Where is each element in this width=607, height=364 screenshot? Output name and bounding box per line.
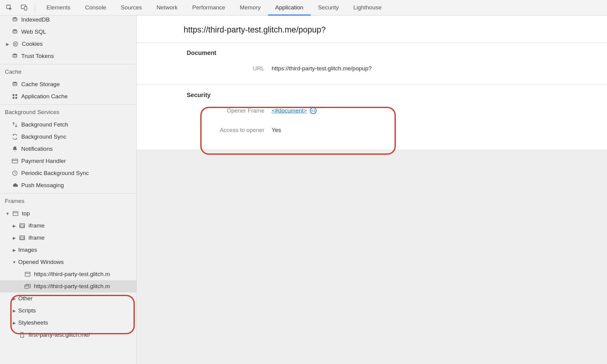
main-panel: https://third-party-test.glitch.me/popup… <box>137 15 607 364</box>
row-value: https://third-party-test.glitch.me/popup… <box>272 65 372 72</box>
sidebar-item-periodic-sync[interactable]: Periodic Background Sync <box>0 167 136 179</box>
row-value: <#document> <box>272 107 317 114</box>
expander-icon[interactable]: ▶ <box>12 236 17 240</box>
opener-frame-link[interactable]: <#document> <box>272 107 317 114</box>
sidebar-item-trust-tokens[interactable]: Trust Tokens <box>0 50 136 62</box>
tab-performance[interactable]: Performance <box>185 0 232 15</box>
row-label: URL <box>187 65 272 72</box>
card-icon <box>11 158 19 164</box>
tab-network[interactable]: Network <box>149 0 185 15</box>
sidebar-item-label: Push Messaging <box>21 182 64 189</box>
sidebar-item-websql[interactable]: Web SQL <box>0 26 136 38</box>
svg-point-4 <box>13 29 17 31</box>
frame-other[interactable]: ▶ Other <box>0 292 136 305</box>
opened-window-1[interactable]: https://third-party-test.glitch.m <box>0 268 136 280</box>
tab-application[interactable]: Application <box>268 0 311 15</box>
frame-iframe-1[interactable]: ▶ iframe <box>0 220 136 232</box>
toolbar-divider <box>35 3 35 12</box>
frame-label: Other <box>18 295 33 302</box>
inspect-element-icon[interactable] <box>3 2 15 14</box>
grid-icon <box>11 93 19 99</box>
svg-point-8 <box>16 45 16 45</box>
sidebar-item-app-cache[interactable]: Application Cache <box>0 90 136 103</box>
tab-security[interactable]: Security <box>311 0 346 15</box>
windows-stack-icon <box>24 283 32 289</box>
cookie-icon <box>12 41 19 47</box>
window-icon <box>24 271 32 277</box>
expander-icon[interactable]: ▶ <box>12 248 17 252</box>
svg-rect-15 <box>15 97 17 99</box>
transfer-icon <box>11 122 19 128</box>
frame-label: first-party-test.glitch.me/ <box>29 332 90 338</box>
frame-opened-windows[interactable]: ▼ Opened Windows <box>0 256 136 268</box>
reveal-in-elements-icon[interactable] <box>310 107 317 114</box>
tab-sources[interactable]: Sources <box>114 0 149 15</box>
expander-icon[interactable]: ▼ <box>12 260 17 265</box>
tab-console[interactable]: Console <box>78 0 114 15</box>
iframe-icon <box>18 223 26 228</box>
section-security: Security Opener Frame <#document> Acc <box>137 85 607 150</box>
frame-iframe-2[interactable]: ▶ iframe <box>0 232 136 244</box>
database-icon <box>11 81 19 87</box>
frame-label: iframe <box>29 222 45 229</box>
tab-memory[interactable]: Memory <box>232 0 268 15</box>
database-icon <box>11 29 19 35</box>
svg-point-10 <box>13 54 17 55</box>
opener-frame-link-text: <#document> <box>272 107 307 114</box>
section-heading: Document <box>187 49 216 56</box>
sidebar-item-label: IndexedDB <box>21 16 50 23</box>
sidebar-item-cache-storage[interactable]: Cache Storage <box>0 78 136 90</box>
tab-lighthouse[interactable]: Lighthouse <box>346 0 389 15</box>
sidebar-item-label: Application Cache <box>21 93 68 100</box>
expander-icon[interactable]: ▶ <box>12 308 17 313</box>
clock-icon <box>11 170 19 176</box>
row-url: URL https://third-party-test.glitch.me/p… <box>187 62 595 76</box>
sidebar-item-bg-fetch[interactable]: Background Fetch <box>0 119 136 131</box>
sidebar-item-label: Cookies <box>22 41 43 47</box>
frame-top[interactable]: ▼ top <box>0 207 136 220</box>
opened-window-2[interactable]: https://third-party-test.glitch.m <box>0 280 136 292</box>
sidebar-item-label: Payment Handler <box>21 158 66 164</box>
devtools-toolbar: Elements Console Sources Network Perform… <box>0 0 607 15</box>
row-opener-frame: Opener Frame <#document> <box>187 104 595 118</box>
sidebar-item-push-messaging[interactable]: Push Messaging <box>0 179 136 191</box>
page-title: https://third-party-test.glitch.me/popup… <box>137 15 607 43</box>
section-document: Document URL https://third-party-test.gl… <box>137 43 607 85</box>
frame-stylesheets[interactable]: ▶ Stylesheets <box>0 317 136 329</box>
sidebar-item-payment-handler[interactable]: Payment Handler <box>0 155 136 167</box>
svg-rect-13 <box>15 94 17 96</box>
svg-rect-12 <box>13 94 15 96</box>
expander-icon[interactable]: ▶ <box>12 224 17 228</box>
section-heading: Security <box>187 92 211 99</box>
row-label: Access to opener <box>187 127 272 133</box>
frame-images[interactable]: ▶ Images <box>0 244 136 256</box>
svg-rect-16 <box>12 159 18 163</box>
svg-point-7 <box>16 43 16 44</box>
sidebar-item-indexeddb[interactable]: IndexedDB <box>0 15 136 26</box>
frame-label: top <box>22 210 30 217</box>
application-sidebar: IndexedDB Web SQL ▶ Cookies Trust Tokens… <box>0 15 137 364</box>
frame-label: iframe <box>29 234 45 241</box>
sidebar-item-label: Background Sync <box>21 133 66 140</box>
expander-icon[interactable]: ▶ <box>5 42 10 46</box>
frame-label: https://third-party-test.glitch.m <box>34 283 110 290</box>
expander-icon[interactable]: ▶ <box>12 296 17 301</box>
sidebar-item-bg-sync[interactable]: Background Sync <box>0 131 136 143</box>
tab-elements[interactable]: Elements <box>39 0 78 15</box>
svg-point-6 <box>15 43 15 44</box>
file-icon <box>18 332 26 338</box>
sidebar-item-notifications[interactable]: Notifications <box>0 143 136 155</box>
svg-point-9 <box>15 45 15 45</box>
sidebar-item-label: Trust Tokens <box>21 53 54 59</box>
device-toggle-icon[interactable] <box>18 2 30 14</box>
frame-first-party[interactable]: first-party-test.glitch.me/ <box>0 329 136 341</box>
frame-scripts[interactable]: ▶ Scripts <box>0 305 136 317</box>
frame-label: https://third-party-test.glitch.m <box>34 271 110 278</box>
row-value: Yes <box>272 127 281 133</box>
sidebar-item-label: Web SQL <box>21 29 46 35</box>
svg-rect-25 <box>25 272 30 276</box>
svg-rect-22 <box>20 225 24 227</box>
sidebar-item-cookies[interactable]: ▶ Cookies <box>0 38 136 50</box>
expander-icon[interactable]: ▼ <box>5 211 10 216</box>
expander-icon[interactable]: ▶ <box>12 321 17 325</box>
